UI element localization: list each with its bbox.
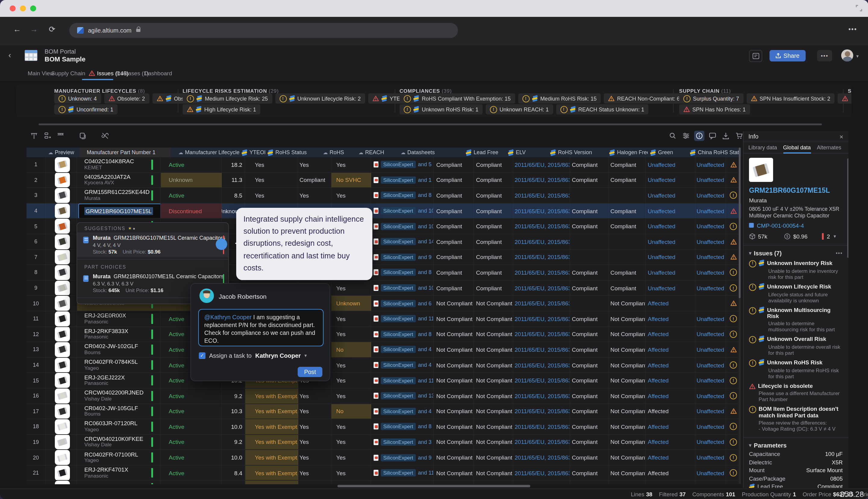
part-number-cell[interactable]: C0402C104K8RACKEMET [77,157,161,172]
issue-item[interactable]: !Unknown Overall Risk Unable to determin… [749,336,843,356]
unlink-icon[interactable] [101,132,109,140]
tab-main-view[interactable]: Main View [28,70,54,76]
table-row[interactable]: 204025A220JAT2AKyocera AVXUnknown11.3Yes… [26,172,741,188]
table-row[interactable]: 3GRM155R61C225KE44DMurataActive8.5YesYes… [26,188,741,203]
column-header[interactable]: RoHS Version [548,148,607,157]
issue-filter-chip[interactable]: !Unknown: 4 [54,93,101,104]
component-link[interactable]: CMP-001-00054-4 [749,222,843,229]
zoom-window-button[interactable] [30,5,36,11]
rohs-version-cell[interactable]: 2011/65/EU, 2015/863 [514,234,570,249]
part-number-cell[interactable]: RC0402FR-07100RLYageo [77,450,161,465]
column-header[interactable]: Manufacturer Part Number 1 [80,148,170,157]
assign-task-checkbox[interactable]: ✓ [199,352,205,359]
table-row[interactable]: 19CRCW040210K0FKEEVishay DaleActive9.2Ye… [26,435,741,450]
table-row[interactable]: 15ERJ-2GEJ222XPanasonicActive10.2Yes wit… [26,373,741,389]
share-button[interactable]: Share [770,50,806,61]
datasheets-cell[interactable]: SiliconExpertand 11 more [371,465,434,480]
rohs-version-cell[interactable]: 2011/65/EU, 2015/863 [514,389,570,403]
datasheets-cell[interactable]: SiliconExpertand 4 more [371,357,434,372]
part-preview[interactable] [46,481,77,484]
table-row[interactable]: 1C0402C104K8RACKEMETActive18.2YesYesYesS… [26,157,741,172]
issue-filter-chip[interactable]: !Unknown REACH: 1 [486,104,553,114]
more-actions-button[interactable]: ••• [817,50,832,61]
collapse-icon[interactable]: ▾ [749,250,751,256]
part-preview[interactable] [46,465,77,480]
part-number-cell[interactable]: CRCW0402200RJNEDVishay Dale [77,389,161,403]
part-number-cell[interactable]: EXB-28V001JX [77,481,161,484]
column-header[interactable]: ☁Datasheets [398,148,463,157]
rohs-version-cell[interactable]: 2011/65/EU, 2015/863 [514,419,570,434]
issue-filter-chip[interactable]: !Unknown RoHS Risk: 1 [399,104,483,114]
tab-supply-chain[interactable]: Supply Chain [51,70,85,76]
rohs-version-cell[interactable] [514,481,570,484]
part-number-cell[interactable]: GRM21BR60G107ME15L [77,204,161,218]
rohs-version-cell[interactable]: 2011/65/EU, 2015/863 [514,172,570,187]
comment-icon[interactable] [708,131,718,141]
rohs-version-cell[interactable]: 2011/65/EU, 2015/863 [514,265,570,280]
datasheets-cell[interactable]: SiliconExpertand 8 more [371,188,434,203]
datasheets-cell[interactable]: SiliconExpertand 8 more [371,419,434,434]
user-avatar[interactable] [841,49,853,61]
part-preview[interactable] [46,188,77,203]
table-row[interactable]: 12ERJ-2RKF3833XPanasonicActiveYesSilicon… [26,327,741,342]
part-preview[interactable] [46,435,77,449]
column-header[interactable]: Lead Free [463,148,506,157]
browser-menu-icon[interactable]: ••• [848,25,857,33]
part-number-cell[interactable]: CR0402-JW-105GLFBourns [77,404,161,418]
column-header[interactable]: ☁Manufacturer Lifecycle [170,148,239,157]
rohs-version-cell[interactable]: 2011/65/EU, 2015/863 [514,342,570,357]
part-number-link[interactable]: GRM21BR60G107ME15L [749,187,843,194]
datasheets-cell[interactable]: SiliconExpertand 10 more [371,219,434,234]
datasheets-cell[interactable]: SiliconExpertand 1 more [371,172,434,187]
part-number-cell[interactable]: CR0402-JW-102GLFBourns [77,342,161,357]
issue-filter-chip[interactable]: !Medium RoHS Risk: 15 [518,93,601,104]
issue-filter-chip[interactable]: Obsolete: 2 [104,93,149,104]
datasheets-cell[interactable]: SiliconExpertand 9 more [371,450,434,465]
rohs-version-cell[interactable]: 2011/65/EU, 2015/863 [514,312,570,326]
issue-item[interactable]: !BOM Item Description doesn't match link… [749,406,843,431]
part-preview[interactable] [46,265,77,280]
issue-filter-chip[interactable]: !Surplus Quantity: 7 [679,93,743,104]
table-row[interactable]: 21ERJ-2RKF4701XPanasonicActive8.4Yes wit… [26,465,741,481]
info-tab-global-data[interactable]: Global data [783,145,811,150]
column-header[interactable]: YTEOL [239,148,265,157]
part-preview[interactable] [46,157,77,172]
part-number-cell[interactable]: RC0603JR-07120RLYageo [77,419,161,434]
assignee-name[interactable]: Kathryn Cooper [255,352,301,359]
back-chevron-icon[interactable]: ‹ [9,51,11,60]
part-preview[interactable] [46,219,77,234]
issue-item[interactable]: !Unknown Lifecycle Risk Lifecycle status… [749,283,843,303]
download-icon[interactable] [721,131,731,141]
datasheets-cell[interactable]: SiliconExpertand 10 more [371,204,434,218]
part-number-cell[interactable]: RC0402FR-0784K5LYageo [77,357,161,372]
issue-filter-chip[interactable]: High Inventory Ri [848,93,852,104]
column-header[interactable]: ☁RoHS [321,148,356,157]
part-preview[interactable] [46,419,77,434]
datasheets-cell[interactable]: SiliconExpertand 10 more [371,281,434,295]
rohs-version-cell[interactable]: 2011/65/EU, 2015/863 [514,465,570,480]
issue-filter-chip[interactable]: !Unknown Lifecycle Risk: 2 [275,93,365,104]
part-preview[interactable] [46,234,77,249]
table-view-icon[interactable] [57,132,64,140]
part-number-cell[interactable]: CRCW040210K0FKEEVishay Dale [77,435,161,449]
part-preview[interactable] [46,312,77,326]
part-number-cell[interactable]: ERJ-2GEJ222XPanasonic [77,373,161,388]
table-row[interactable]: EXB-28V001JX [26,481,741,484]
issue-item[interactable]: Lifecycle is obsolete Please use a diffe… [749,383,843,402]
rohs-version-cell[interactable]: 2011/65/EU, 2015/863 [514,281,570,295]
rohs-version-cell[interactable]: 2011/65/EU, 2015/863 [514,373,570,388]
part-number-cell[interactable]: ERJ-2RKF4701XPanasonic [77,465,161,480]
rohs-version-cell[interactable]: 2011/65/EU, 2015/863 [514,219,570,234]
part-preview[interactable] [46,342,77,357]
tab-dashboard[interactable]: Dashboard [144,70,172,76]
rohs-version-cell[interactable]: 2011/65/EU, 2015/863 [514,250,570,264]
part-preview[interactable] [46,172,77,187]
part-preview[interactable] [46,281,77,295]
avatar-chevron-icon[interactable]: ▾ [856,53,859,59]
datasheets-cell[interactable]: SiliconExpertand 11 more [371,373,434,388]
grid-horizontal-scrollbar[interactable] [337,485,530,487]
column-header[interactable]: RoHS Status [265,148,321,157]
datasheets-cell[interactable]: SiliconExpertand 8 more [371,265,434,280]
assignee-chevron-icon[interactable]: ▾ [304,353,307,358]
info-tab-alternates[interactable]: Alternates [817,145,841,150]
